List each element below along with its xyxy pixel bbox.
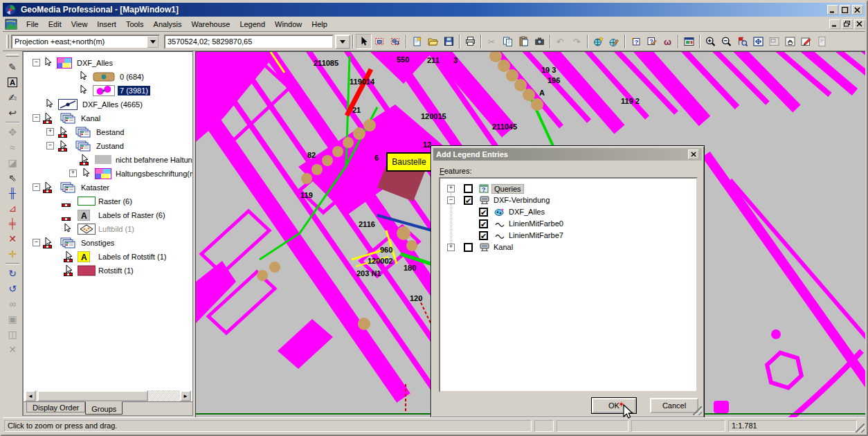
zoom-in-button[interactable] [703,34,718,49]
minimize-button[interactable] [827,5,838,15]
legend-entry-label[interactable]: Sonstiges [79,238,116,248]
toolbar-grip[interactable] [6,35,9,48]
paste-button[interactable] [516,34,532,49]
menu-window[interactable]: Window [270,18,307,30]
menu-tools[interactable]: Tools [121,18,149,30]
menu-warehouse[interactable]: Warehouse [187,18,235,30]
legend-row-sonstiges[interactable]: −Sonstiges [24,236,192,250]
legend-row-7-3981[interactable]: 7 (3981) [24,84,192,98]
delete-vertex-button[interactable]: ✕ [4,231,21,246]
legend-row-dxf-alles-4665[interactable]: DXF_Alles (4665) [24,98,192,111]
menu-insert[interactable]: Insert [92,18,121,30]
redigitize-portion-button[interactable]: ⊿ [4,201,21,216]
child-close-button[interactable] [854,19,865,29]
redline-button[interactable] [798,34,814,49]
feature-label[interactable]: DXF-Verbindung [491,196,552,204]
maximize-button[interactable] [840,5,851,15]
pan-button[interactable] [782,34,798,49]
features-row-kanal[interactable]: +Kanal [440,242,696,253]
feature-label[interactable]: Queries [491,184,524,194]
new-connection-button[interactable] [590,34,606,49]
collapse-icon[interactable]: − [33,183,40,191]
menu-view[interactable]: View [66,18,93,30]
select-set-2-button[interactable] [388,34,404,49]
legend-row-bestand[interactable]: +Bestand [24,125,192,139]
features-row-dxf-verbindung[interactable]: −✔DXF-Verbindung [440,194,696,206]
legend-entry-label[interactable]: Zustand [94,141,126,151]
fit-all-button[interactable] [750,34,766,49]
menu-file[interactable]: File [21,18,44,30]
close-button[interactable] [852,5,863,15]
legend-entry-label[interactable]: nicht befahrene Haltung [114,155,192,165]
zoom-selected-button[interactable] [734,34,750,49]
expand-icon[interactable]: + [69,170,77,177]
select-set-button[interactable] [372,34,388,49]
projection-dropdown-icon[interactable] [147,36,159,48]
features-row-queries[interactable]: +?Queries [440,183,696,194]
scrollbar-thumb[interactable] [37,390,148,401]
collapse-icon[interactable]: − [33,59,40,66]
interactive-labels-button[interactable]: ω [660,34,676,49]
legend-entry-label[interactable]: Labels of Rotstift (1) [96,252,168,262]
open-geoworkspace-button[interactable] [425,34,441,49]
legend-entry-label[interactable]: DXF_Alles [75,58,115,68]
save-geoworkspace-button[interactable] [441,34,457,49]
select-tool-button[interactable] [356,34,372,49]
expand-icon[interactable]: + [46,128,54,136]
collapse-icon[interactable]: − [33,114,40,122]
legend-entry-label[interactable]: 0 (684) [118,72,146,82]
expand-icon[interactable]: + [447,185,455,192]
checkbox-unchecked[interactable] [464,243,473,252]
legend-entry-label[interactable]: 7 (3981) [118,86,150,96]
legend-row-labels-of-raster-6[interactable]: ALabels of Raster (6) [24,208,192,222]
new-map-window-button[interactable] [681,34,697,49]
projection-combobox[interactable] [11,35,160,49]
scroll-left-button[interactable]: ◄ [25,390,36,401]
legend-row-zustand[interactable]: −Zustand [24,139,192,153]
feature-label[interactable]: Kanal [491,243,515,251]
select-vertex-button[interactable]: ⇖ [4,170,21,185]
legend-entry-label[interactable]: Labels of Raster (6) [96,210,168,220]
checkbox-unchecked[interactable] [464,184,473,193]
legend-entry-label[interactable]: Bestand [94,127,126,137]
insert-label-button[interactable]: ✍ [4,90,21,105]
legend-row-labels-of-rotstift-1[interactable]: ALabels of Rotstift (1) [24,250,192,264]
child-restore-button[interactable] [842,19,853,29]
move-label-button[interactable]: ↩ [4,105,21,120]
scrollbar-track[interactable] [36,390,180,401]
rotate-cw-button[interactable]: ↻ [4,266,21,281]
menu-analysis[interactable]: Analysis [149,18,187,30]
menu-help[interactable]: Help [307,18,332,30]
checkbox-checked[interactable]: ✔ [479,219,488,228]
legend-row-nicht-befahrene-haltung[interactable]: nicht befahrene Haltung [24,153,192,167]
move-feature-button[interactable]: ✛ [4,246,21,262]
coordinate-dropdown-button[interactable] [335,35,350,49]
legend-row-raster-6[interactable]: Raster (6) [24,194,192,208]
queries-button[interactable]: ? [644,34,660,49]
child-minimize-button[interactable] [829,19,840,29]
legend-entry-label[interactable]: Haltungsbeschriftung(n [114,169,192,179]
expand-icon[interactable]: + [447,244,455,251]
legend-entry-label[interactable]: Rotstift (1) [96,266,136,275]
scroll-right-button[interactable]: ► [180,390,191,401]
dialog-close-button[interactable] [688,149,699,159]
copy-button[interactable] [500,34,516,49]
feature-label[interactable]: LinienMitFarbe7 [507,231,566,239]
features-row-linienmitfarbe0[interactable]: ✔LinienMitFarbe0 [440,218,696,230]
features-row-dxf-alles[interactable]: ✔DXF_Alles [440,206,696,218]
menu-legend[interactable]: Legend [235,18,270,30]
new-query-button[interactable]: ? [628,34,644,49]
feature-label[interactable]: LinienMitFarbe0 [507,219,566,228]
print-button[interactable] [462,34,478,49]
window-resize-grip[interactable] [856,424,865,433]
tab-display-order[interactable]: Display Order [26,402,85,412]
legend-row-kanal[interactable]: −Kanal [24,111,192,125]
collapse-icon[interactable]: − [447,197,455,204]
legend-entry-label[interactable]: Kataster [79,183,111,192]
coordinate-field-input[interactable] [165,37,332,46]
break-line-button[interactable]: ╫ [4,185,21,201]
insert-text-button[interactable]: A [4,75,21,90]
feature-label[interactable]: DXF_Alles [507,208,547,216]
edit-connection-button[interactable] [606,34,622,49]
checkbox-checked[interactable]: ✔ [464,196,473,205]
